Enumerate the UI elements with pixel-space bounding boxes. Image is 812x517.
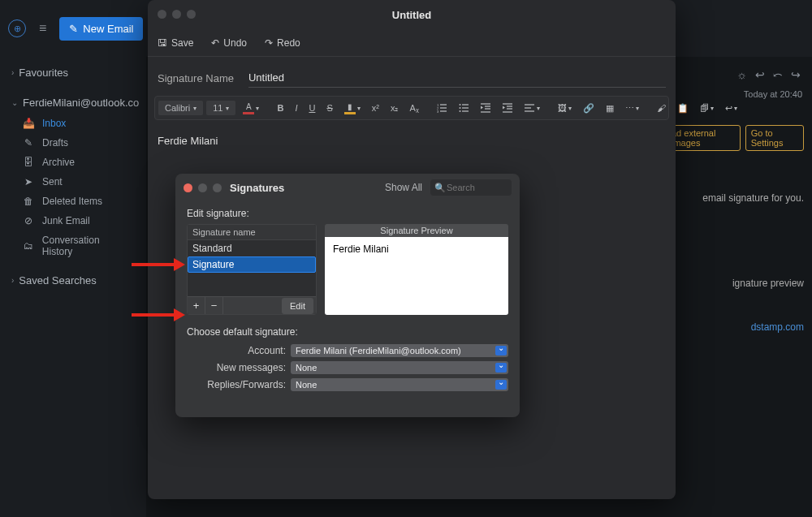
drafts-icon: ✎ (23, 137, 34, 149)
signature-rename-input[interactable] (192, 259, 311, 270)
new-messages-select[interactable]: None (291, 361, 508, 374)
reply-icon[interactable]: ↩ (755, 68, 765, 81)
indent-button[interactable] (499, 101, 517, 115)
strikethrough-button[interactable]: S (322, 101, 336, 115)
chevron-down-icon: ▾ (734, 105, 737, 112)
highlight-button[interactable]: ▮▾ (340, 100, 365, 117)
sun-icon[interactable]: ☼ (736, 68, 747, 81)
sidebar-item-sent[interactable]: ➤Sent (0, 172, 146, 192)
replies-label: Replies/Forwards: (187, 379, 291, 390)
signature-preview-body: Ferdie Milani (325, 237, 508, 315)
sidebar-item-drafts[interactable]: ✎Drafts (0, 133, 146, 153)
remove-signature-button[interactable]: − (205, 297, 223, 315)
format-painter-button[interactable]: 🖌 (653, 101, 670, 115)
chevron-down-icon: ▾ (568, 105, 572, 112)
window-title: Untitled (392, 9, 431, 21)
svg-marker-16 (481, 106, 483, 110)
editor-toolbar: 🖫Save ↶Undo ↷Redo (148, 29, 676, 57)
signature-preview-header: Signature Preview (325, 224, 508, 237)
italic-button[interactable]: I (291, 101, 301, 115)
go-to-settings-button[interactable]: Go to Settings (745, 125, 804, 151)
chevron-down-icon: ⌄ (11, 98, 18, 107)
show-all-button[interactable]: Show All (385, 182, 422, 193)
redo-icon: ↷ (265, 37, 273, 49)
sidebar-saved-searches[interactable]: › Saved Searches (0, 269, 146, 291)
font-family-select[interactable]: Calibri▾ (158, 101, 203, 115)
maximize-icon[interactable] (187, 10, 196, 19)
chevron-down-icon: ▾ (357, 105, 361, 112)
account-label: Account: (187, 345, 291, 356)
signature-preview-pane: Signature Preview Ferdie Milani (325, 224, 508, 315)
numbered-list-button[interactable]: 123 (433, 101, 451, 115)
svg-point-10 (459, 107, 460, 109)
font-size-select[interactable]: 11▾ (206, 101, 235, 115)
superscript-button[interactable]: x² (368, 101, 383, 115)
svg-point-9 (459, 104, 460, 106)
minimize-icon[interactable] (198, 183, 207, 192)
insert-picture-button[interactable]: 🖼▾ (554, 101, 576, 115)
junk-icon: ⊘ (23, 215, 34, 226)
default-sig-label: Choose default signature: (187, 326, 508, 338)
sig-titlebar: Signatures Show All 🔍 (175, 174, 520, 201)
align-button[interactable]: ▾ (520, 101, 544, 115)
reply-all-icon[interactable]: ⤺ (773, 68, 783, 81)
signatures-dialog: Signatures Show All 🔍 Edit signature: Si… (175, 174, 520, 417)
account-select[interactable]: Ferdie Milani (FerdieMilani@outlook.com) (291, 344, 508, 357)
sidebar-item-deleted[interactable]: 🗑Deleted Items (0, 192, 146, 211)
chevron-down-icon: ▾ (226, 105, 229, 112)
editor-body[interactable]: Ferdie Milani (148, 120, 676, 162)
format-toolbar: Calibri▾ 11▾ A▾ B I U S ▮▾ x² x₂ Aᵪ 123 … (154, 96, 669, 120)
subscript-button[interactable]: x₂ (387, 101, 403, 116)
hamburger-icon[interactable]: ≡ (36, 18, 50, 39)
undo-icon: ↶ (211, 37, 219, 49)
sidebar-favourites[interactable]: › Favourites (0, 62, 146, 84)
traffic-lights (158, 10, 196, 19)
bg-link[interactable]: dstamp.com (751, 321, 804, 333)
signature-row-editing[interactable] (188, 256, 316, 273)
sidebar-item-archive[interactable]: 🗄Archive (0, 153, 146, 172)
new-email-button[interactable]: ✎ New Email (59, 17, 143, 41)
underline-button[interactable]: U (304, 101, 319, 115)
bullet-list-button[interactable] (455, 101, 473, 115)
insert-more-button[interactable]: ⋯▾ (621, 101, 643, 116)
history-icon: 🗂 (23, 240, 34, 252)
chevron-down-icon: ▾ (537, 105, 540, 112)
insert-link-button[interactable]: 🔗 (579, 101, 598, 116)
new-messages-label: New messages: (187, 362, 291, 373)
reading-pane-bg: ☼ ↩ ⤺ ↪ Today at 20:40 ad external image… (666, 57, 812, 517)
clear-format-button[interactable]: Aᵪ (405, 101, 422, 116)
bold-button[interactable]: B (273, 101, 287, 115)
sidebar-item-inbox[interactable]: 📥Inbox (0, 114, 146, 133)
message-time: Today at 20:40 (744, 89, 802, 99)
chevron-right-icon: › (11, 68, 14, 77)
paste-button[interactable]: 📋 (673, 101, 693, 116)
sidebar-account[interactable]: ⌄ FerdieMilani@outlook.co (0, 92, 146, 114)
outdent-button[interactable] (477, 101, 495, 115)
bg-text-2: ignature preview (732, 278, 804, 289)
font-color-button[interactable]: A▾ (239, 100, 263, 117)
sidebar-item-conversation[interactable]: 🗂Conversation History (0, 230, 146, 261)
undo-button[interactable]: ↶Undo (211, 37, 247, 49)
forward-icon[interactable]: ↪ (791, 68, 801, 81)
signature-name-input[interactable] (248, 68, 666, 88)
edit-signature-button[interactable]: Edit (282, 298, 313, 314)
sig-search: 🔍 (430, 179, 512, 196)
search-icon: 🔍 (434, 183, 446, 193)
globe-icon[interactable]: ⊕ (8, 19, 26, 37)
signature-row-standard[interactable]: Standard (188, 240, 316, 256)
minimize-icon[interactable] (172, 10, 181, 19)
sidebar-item-junk[interactable]: ⊘Junk Email (0, 211, 146, 230)
redo-button[interactable]: ↷Redo (265, 37, 300, 49)
add-signature-button[interactable]: + (188, 297, 205, 315)
close-icon[interactable] (184, 183, 192, 192)
maximize-icon[interactable] (213, 183, 222, 192)
signature-list-footer: + − Edit (188, 296, 316, 314)
save-button[interactable]: 🖫Save (158, 37, 193, 49)
chevron-down-icon: ▾ (710, 105, 714, 112)
load-images-button[interactable]: ad external images (666, 125, 741, 151)
insert-table-button[interactable]: ▦ (602, 101, 618, 116)
revert-button[interactable]: ↩▾ (721, 101, 741, 116)
clipboard-button[interactable]: 🗐▾ (696, 101, 718, 115)
close-icon[interactable] (158, 10, 166, 19)
replies-select[interactable]: None (291, 378, 508, 391)
